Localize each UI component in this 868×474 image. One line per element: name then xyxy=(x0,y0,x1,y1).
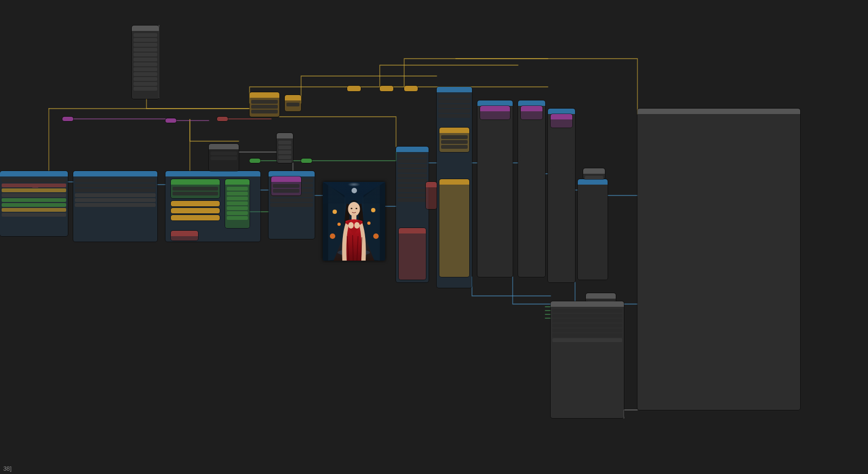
node-p3-gcol[interactable] xyxy=(225,179,250,228)
node-mid-dark-2[interactable] xyxy=(209,144,239,171)
node-title[interactable] xyxy=(250,92,279,98)
node-title[interactable] xyxy=(399,228,426,233)
node-tiny-p2[interactable] xyxy=(165,118,176,123)
node-row xyxy=(133,77,157,81)
node-row xyxy=(398,184,427,187)
node-tiny-g1[interactable] xyxy=(301,159,312,163)
node-title[interactable] xyxy=(73,171,157,176)
node-tiny-g2[interactable] xyxy=(250,159,260,163)
node-row xyxy=(550,146,573,149)
node-title[interactable] xyxy=(132,26,159,31)
node-title[interactable] xyxy=(171,208,220,213)
node-mid-yellow-1[interactable] xyxy=(250,92,279,117)
node-row xyxy=(75,184,156,187)
node-col-c-purple[interactable] xyxy=(480,106,510,119)
node-title[interactable] xyxy=(437,87,472,92)
node-row xyxy=(479,157,511,161)
node-title[interactable] xyxy=(171,215,220,220)
node-row xyxy=(479,147,511,151)
node-row xyxy=(479,152,511,156)
node-title[interactable] xyxy=(583,168,605,174)
node-p4-purple[interactable] xyxy=(271,176,301,195)
node-col-e[interactable] xyxy=(548,109,575,282)
node-body xyxy=(578,185,608,227)
node-title[interactable] xyxy=(404,86,418,91)
node-title[interactable] xyxy=(0,171,68,176)
node-row xyxy=(585,176,603,179)
node-row xyxy=(479,176,511,180)
node-body xyxy=(277,138,293,163)
node-graph-canvas[interactable] xyxy=(0,0,868,474)
node-title[interactable] xyxy=(225,179,250,185)
node-title[interactable] xyxy=(477,100,513,106)
node-title[interactable] xyxy=(586,293,616,299)
node-title[interactable] xyxy=(269,171,315,176)
node-title[interactable] xyxy=(347,86,361,91)
node-title[interactable] xyxy=(209,144,239,149)
node-title[interactable] xyxy=(380,86,393,91)
node-title[interactable] xyxy=(171,179,220,185)
node-title[interactable] xyxy=(548,109,575,114)
svg-point-19 xyxy=(348,222,354,229)
node-col-d[interactable] xyxy=(518,100,545,277)
svg-point-17 xyxy=(350,208,352,209)
node-col-b-red[interactable] xyxy=(426,182,437,209)
node-col-d-purple[interactable] xyxy=(521,106,542,119)
node-row xyxy=(75,193,156,197)
node-title[interactable] xyxy=(551,114,572,119)
node-row xyxy=(579,211,606,215)
node-title[interactable] xyxy=(637,109,800,114)
node-tiny-y2[interactable] xyxy=(380,86,393,91)
node-big-panel[interactable] xyxy=(637,109,800,410)
node-p3-y2[interactable] xyxy=(171,208,220,213)
node-top-text[interactable] xyxy=(132,26,159,99)
node-title[interactable] xyxy=(217,117,228,121)
node-tiny-y1[interactable] xyxy=(347,86,361,91)
node-row xyxy=(133,33,157,37)
node-p3-green[interactable] xyxy=(171,179,220,198)
node-title[interactable] xyxy=(171,231,198,236)
node-col-f[interactable] xyxy=(578,179,608,280)
node-title[interactable] xyxy=(578,179,608,185)
node-title[interactable] xyxy=(277,133,293,138)
node-title[interactable] xyxy=(250,159,260,163)
node-title[interactable] xyxy=(396,147,429,152)
node-title[interactable] xyxy=(480,106,510,111)
node-title[interactable] xyxy=(165,171,260,176)
node-col-b-yellow2[interactable] xyxy=(439,179,469,277)
node-bottom-panel[interactable] xyxy=(551,301,624,418)
svg-point-10 xyxy=(371,208,375,212)
node-small-1[interactable] xyxy=(583,168,605,179)
node-col-b-yellow[interactable] xyxy=(439,128,469,152)
node-mid-dark-1[interactable] xyxy=(277,133,293,163)
node-body xyxy=(583,174,605,179)
node-panel-2[interactable] xyxy=(73,171,157,242)
node-col-e-purple[interactable] xyxy=(551,114,572,128)
node-body xyxy=(637,114,800,116)
node-title[interactable] xyxy=(426,182,437,187)
node-title[interactable] xyxy=(521,106,542,111)
node-col-a-red[interactable] xyxy=(399,228,426,280)
node-col-c[interactable] xyxy=(477,100,513,277)
node-tiny-y3[interactable] xyxy=(404,86,418,91)
node-tiny-p1[interactable] xyxy=(62,117,73,121)
node-panel-1[interactable] xyxy=(0,171,68,236)
node-title[interactable] xyxy=(285,95,301,100)
node-row xyxy=(520,181,544,185)
node-title[interactable] xyxy=(301,159,312,163)
node-p3-red[interactable] xyxy=(171,231,198,241)
node-title[interactable] xyxy=(551,301,624,307)
node-title[interactable] xyxy=(518,100,545,106)
node-title[interactable] xyxy=(439,128,469,133)
node-tiny-r1[interactable] xyxy=(217,117,228,121)
node-row xyxy=(210,151,237,155)
node-p3-y1[interactable] xyxy=(171,201,220,206)
node-title[interactable] xyxy=(439,179,469,185)
node-p3-y3[interactable] xyxy=(171,215,220,220)
image-preview-node[interactable] xyxy=(323,182,385,261)
node-title[interactable] xyxy=(165,118,176,123)
node-title[interactable] xyxy=(62,117,73,121)
node-title[interactable] xyxy=(271,176,301,182)
node-mid-yellow-2[interactable] xyxy=(285,95,301,111)
node-title[interactable] xyxy=(171,201,220,206)
